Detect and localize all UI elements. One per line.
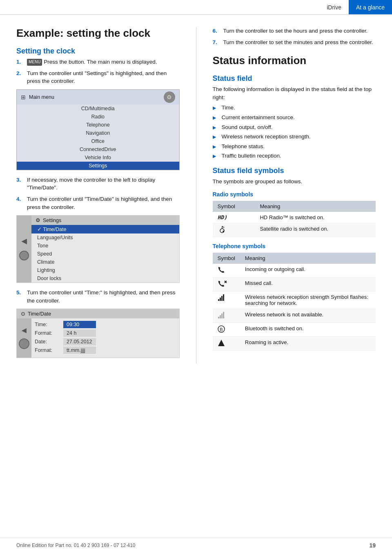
step-5: 5. Turn the controller until "Time:" is … bbox=[16, 289, 180, 305]
meaning-cell: HD Radio™ is switched on. bbox=[255, 212, 376, 223]
bullet-wireless: ▶ Wireless network reception strength. bbox=[213, 133, 376, 141]
settings-menu-item: Lighting bbox=[31, 266, 179, 274]
meaning-cell: Roaming is active. bbox=[240, 337, 376, 351]
svg-marker-16 bbox=[218, 340, 225, 346]
bullet-arrow-icon-4: ▶ bbox=[213, 134, 218, 140]
column-divider bbox=[196, 27, 196, 364]
step-7-text: Turn the controller to set the minutes a… bbox=[223, 38, 376, 47]
bullet-traffic-text: Traffic bulletin reception. bbox=[222, 152, 281, 160]
bullet-entertainment: ▶ Current entertainment source. bbox=[213, 113, 376, 122]
step-4-text: Turn the controller until "Time/Date" is… bbox=[27, 195, 180, 211]
svg-rect-9 bbox=[223, 294, 224, 301]
left-arrow-nav-icon: ▶ bbox=[22, 327, 27, 335]
symbol-cell bbox=[213, 309, 240, 323]
step-2-num: 2. bbox=[16, 69, 24, 85]
step-4-num: 4. bbox=[16, 195, 24, 211]
step-6: 6. Turn the controller to set the hours … bbox=[213, 27, 376, 35]
settings-menu-item: ✓ Time/Date bbox=[31, 225, 179, 234]
table-row: Missed call. bbox=[213, 278, 376, 291]
step-2-text: Turn the controller until "Settings" is … bbox=[27, 69, 180, 85]
footer-text: Online Edition for Part no. 01 40 2 903 … bbox=[16, 543, 136, 548]
main-menu-header: ⊞ Main menu ⚙ bbox=[17, 90, 179, 105]
settings-icon: ⚙ bbox=[36, 217, 40, 223]
meaning-cell: Wireless network reception strength Symb… bbox=[240, 291, 376, 309]
page-number: 19 bbox=[369, 542, 376, 549]
bullet-arrow-icon-6: ▶ bbox=[213, 153, 218, 160]
bullet-arrow-icon-2: ▶ bbox=[213, 115, 218, 121]
steps-list-2: 3. If necessary, move the controller to … bbox=[16, 176, 180, 211]
timedate-icon: ⊙ bbox=[21, 311, 25, 317]
radio-col-symbol: Symbol bbox=[213, 201, 255, 212]
timedate-header-text: Time/Date bbox=[28, 311, 51, 317]
status-field-symbols-body: The symbols are grouped as follows. bbox=[213, 178, 376, 186]
main-menu-item: Vehicle Info bbox=[17, 153, 179, 162]
format1-value: 24 h bbox=[63, 329, 96, 337]
telephone-symbols-title: Telephone symbols bbox=[213, 243, 376, 249]
steps-list-3: 5. Turn the controller until "Time:" is … bbox=[16, 289, 180, 305]
main-menu-inner: ⊞ Main menu ⚙ CD/MultimediaRadioTelephon… bbox=[16, 89, 180, 170]
svg-rect-6 bbox=[218, 299, 219, 301]
page-header: iDrive At a glance bbox=[0, 0, 392, 15]
main-menu-header-text: Main menu bbox=[29, 94, 54, 100]
bullet-arrow-icon-5: ▶ bbox=[213, 144, 218, 150]
meaning-cell: Satellite radio is switched on. bbox=[255, 223, 376, 237]
date-label: Date: bbox=[35, 339, 63, 345]
steps-list: 1. MENU Press the button. The main menu … bbox=[16, 58, 180, 85]
timedate-fields: Time: 09:30 Format: 24 h Date: 27.05.201… bbox=[31, 318, 179, 358]
status-information-title: Status information bbox=[213, 54, 376, 67]
time-value: 09:30 bbox=[63, 321, 96, 328]
bullet-telephone-text: Telephone status. bbox=[222, 142, 265, 151]
radio-table-header-row: Symbol Meaning bbox=[213, 201, 376, 212]
settings-header: ⚙ Settings bbox=[31, 216, 179, 225]
step-3-num: 3. bbox=[16, 176, 24, 192]
menu-button-icon: MENU bbox=[27, 59, 42, 66]
bullet-sound-text: Sound output, on/off. bbox=[222, 123, 273, 131]
timedate-header: ⊙ Time/Date bbox=[17, 309, 179, 318]
gear-icon: ⚙ bbox=[164, 91, 175, 103]
table-row: Wireless network is not available. bbox=[213, 309, 376, 323]
bullet-time-text: Time. bbox=[222, 104, 235, 112]
meaning-cell: Incoming or outgoing call. bbox=[240, 264, 376, 278]
step-1-text-content: Press the button. The main menu is displ… bbox=[44, 59, 157, 65]
timedate-body: ▶ Time: 09:30 Format: 24 h Date: 27.05.2… bbox=[17, 318, 179, 358]
svg-rect-13 bbox=[223, 312, 224, 318]
step-5-text: Turn the controller until "Time:" is hig… bbox=[27, 289, 180, 305]
step-3-text: If necessary, move the controller to the… bbox=[27, 176, 180, 192]
settings-screenshot: ▶ ⚙ Settings ✓ Time/DateLanguage/UnitsTo… bbox=[16, 215, 180, 283]
step-7: 7. Turn the controller to set the minute… bbox=[213, 38, 376, 47]
date-value: 27.05.2012 bbox=[63, 338, 96, 345]
status-bullets: ▶ Time. ▶ Current entertainment source. … bbox=[213, 104, 376, 160]
main-menu-item: Radio bbox=[17, 113, 179, 121]
knob-icon bbox=[19, 251, 29, 260]
format2-value: tt.mm.jjjj bbox=[63, 347, 96, 354]
settings-menu-item: Language/Units bbox=[31, 234, 179, 242]
step-1-num: 1. bbox=[16, 58, 24, 66]
telephone-table-header-row: Symbol Meaning bbox=[213, 253, 376, 264]
step-4: 4. Turn the controller until "Time/Date"… bbox=[16, 195, 180, 211]
step-2: 2. Turn the controller until "Settings" … bbox=[16, 69, 180, 85]
settings-menu-items: ✓ Time/DateLanguage/UnitsToneSpeedClimat… bbox=[31, 225, 179, 282]
header-ataglance-label: At a glance bbox=[349, 0, 392, 14]
radio-col-meaning: Meaning bbox=[255, 201, 376, 212]
telephone-table-body: Incoming or outgoing call.Missed call.Wi… bbox=[213, 264, 376, 351]
step-1: 1. MENU Press the button. The main menu … bbox=[16, 58, 180, 66]
settings-menu-item: Climate bbox=[31, 258, 179, 266]
meaning-cell: Missed call. bbox=[240, 278, 376, 291]
svg-rect-8 bbox=[221, 296, 223, 301]
step-6-text: Turn the controller to set the hours and… bbox=[223, 27, 376, 35]
header-idrive-label: iDrive bbox=[319, 1, 349, 14]
main-menu-item: Office bbox=[17, 137, 179, 145]
radio-symbols-table: Symbol Meaning HD)HD Radio™ is switched … bbox=[213, 201, 376, 237]
svg-rect-10 bbox=[218, 317, 219, 318]
tel-col-meaning: Meaning bbox=[240, 253, 376, 264]
table-row: Roaming is active. bbox=[213, 337, 376, 351]
symbol-cell: HD) bbox=[213, 212, 255, 223]
symbol-cell: B bbox=[213, 323, 240, 337]
main-menu-items: CD/MultimediaRadioTelephoneNavigationOff… bbox=[17, 105, 179, 170]
timedate-knob bbox=[19, 338, 29, 349]
telephone-symbols-table: Symbol Meaning Incoming or outgoing call… bbox=[213, 253, 376, 351]
svg-rect-11 bbox=[220, 315, 221, 318]
main-menu-item: Settings bbox=[17, 162, 179, 170]
bullet-entertainment-text: Current entertainment source. bbox=[222, 113, 295, 122]
steps-continued: 6. Turn the controller to set the hours … bbox=[213, 27, 376, 46]
